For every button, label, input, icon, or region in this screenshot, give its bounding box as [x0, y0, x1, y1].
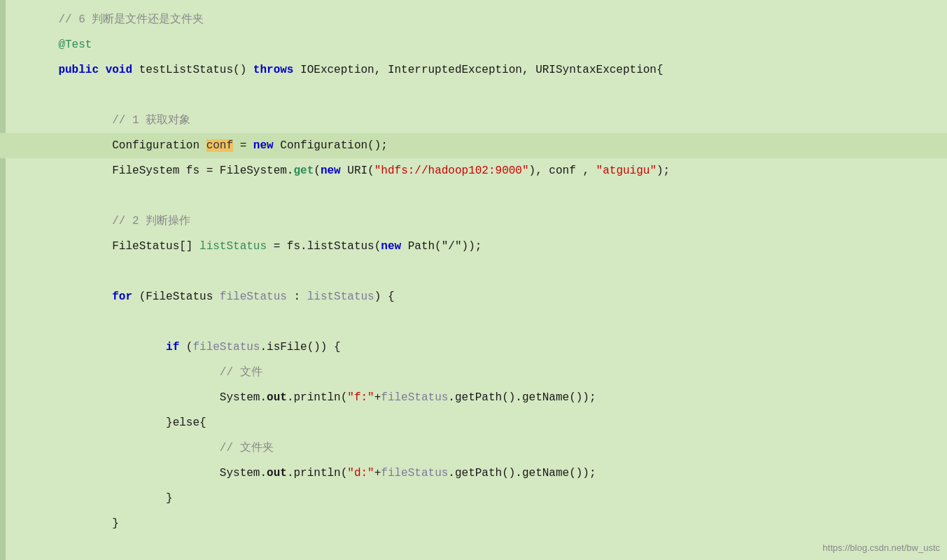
code-line-content: System.out.println("f:"+fileStatus.getPa…	[0, 386, 603, 409]
code-line-content: for (FileStatus fileStatus : listStatus)…	[0, 286, 402, 308]
code-token: listStatus	[307, 290, 374, 303]
code-token: new	[253, 139, 274, 152]
code-token: =	[233, 139, 253, 152]
code-lines: // 6 判断是文件还是文件夹 @Test public void testLi…	[0, 7, 947, 560]
code-token: // 2 判断操作	[112, 215, 190, 227]
code-line: System.out.println("f:"+fileStatus.getPa…	[0, 385, 947, 410]
code-token: for	[112, 290, 132, 303]
code-token: .println(	[287, 391, 347, 404]
code-line-content	[0, 311, 45, 333]
code-line-content: }	[0, 512, 126, 535]
code-token: );	[657, 164, 670, 177]
code-line-content: // 1 获取对象	[0, 109, 197, 132]
code-token: System.	[220, 391, 267, 404]
code-line	[0, 309, 947, 335]
code-token: "atguigu"	[596, 164, 657, 177]
code-line: @Test	[0, 32, 947, 57]
code-token: :	[287, 290, 307, 303]
code-line-content	[0, 260, 45, 283]
code-token: .getPath().getName());	[448, 467, 596, 479]
code-line: Configuration conf = new Configuration()…	[0, 133, 947, 158]
code-line: // 文件	[0, 360, 947, 385]
code-token: .getPath().getName());	[448, 391, 596, 404]
code-line	[0, 259, 947, 284]
code-line-content: System.out.println("d:"+fileStatus.getPa…	[0, 462, 603, 484]
code-line-content: }	[0, 487, 180, 510]
code-line: FileStatus[] listStatus = fs.listStatus(…	[0, 234, 947, 259]
code-token: }	[112, 517, 119, 530]
code-line: for (FileStatus fileStatus : listStatus)…	[0, 284, 947, 309]
code-token: listStatus	[199, 240, 267, 253]
code-line-content: Configuration conf = new Configuration()…	[0, 134, 395, 157]
code-token: new	[381, 240, 401, 253]
code-token: FileSystem fs = FileSystem.	[112, 164, 293, 177]
code-token: .println(	[287, 467, 347, 479]
code-token: (	[314, 164, 321, 177]
code-line-content: if (fileStatus.isFile()) {	[0, 336, 348, 358]
code-line-content: FileStatus[] listStatus = fs.listStatus(…	[0, 235, 489, 258]
code-editor: // 6 判断是文件还是文件夹 @Test public void testLi…	[0, 0, 947, 560]
code-line: }else{	[0, 410, 947, 435]
code-token: System.	[220, 467, 267, 479]
code-line: if (fileStatus.isFile()) {	[0, 335, 947, 360]
code-line: FileSystem fs = FileSystem.get(new URI("…	[0, 158, 947, 183]
code-line-content	[0, 84, 45, 106]
code-token: ) {	[374, 290, 395, 303]
code-line-content: // 文件	[0, 361, 269, 384]
code-line: public void testListStatus() throws IOEx…	[0, 57, 947, 83]
code-token: void	[106, 64, 132, 76]
code-line-content: @Test	[0, 34, 99, 56]
code-token: // 1 获取对象	[112, 114, 190, 127]
code-token: +	[374, 467, 381, 479]
code-line: }	[0, 511, 947, 536]
code-token: "f:"	[347, 391, 374, 404]
code-token: "d:"	[347, 467, 374, 479]
code-line: // 文件夹	[0, 435, 947, 461]
code-token: }else{	[166, 416, 206, 429]
code-token: public	[58, 64, 99, 76]
code-token: conf	[206, 139, 233, 152]
code-token: out	[267, 391, 287, 404]
code-token: Configuration	[112, 139, 206, 152]
code-token: if	[166, 341, 179, 354]
code-line-content	[0, 185, 45, 207]
code-token: new	[321, 164, 341, 177]
code-token: // 文件夹	[220, 442, 274, 454]
code-token: IOException, InterruptedException, URISy…	[293, 64, 663, 76]
code-line: // 6 判断是文件还是文件夹	[0, 7, 947, 32]
code-line-content	[0, 538, 45, 560]
code-line: // 1 获取对象	[0, 108, 947, 133]
code-token	[99, 64, 106, 76]
code-line-content: }else{	[0, 412, 213, 434]
code-token: (	[179, 341, 192, 354]
code-line: }	[0, 486, 947, 511]
code-line	[0, 536, 947, 560]
code-line-content: // 6 判断是文件还是文件夹	[0, 8, 211, 31]
code-line	[0, 83, 947, 108]
code-token: +	[374, 391, 381, 404]
code-line: // 2 判断操作	[0, 209, 947, 234]
code-token: ), conf ,	[529, 164, 596, 177]
code-line-content: FileSystem fs = FileSystem.get(new URI("…	[0, 160, 677, 182]
code-token: .isFile()) {	[260, 341, 340, 354]
watermark: https://blog.csdn.net/bw_ustc	[822, 542, 940, 553]
code-token: get	[293, 164, 314, 177]
code-line	[0, 183, 947, 209]
code-token: URI(	[341, 164, 374, 177]
code-line-content: public void testListStatus() throws IOEx…	[0, 59, 671, 81]
code-token: = fs.listStatus(	[267, 240, 381, 253]
code-token: testListStatus()	[132, 64, 253, 76]
code-token: // 文件	[220, 366, 262, 379]
code-token: "hdfs://hadoop102:9000"	[374, 164, 529, 177]
code-line-content: // 2 判断操作	[0, 210, 197, 232]
code-token: // 6 判断是文件还是文件夹	[58, 13, 204, 26]
code-token: Path("/"));	[401, 240, 482, 253]
code-token: out	[267, 467, 287, 479]
code-token: fileStatus	[381, 467, 448, 479]
code-token: Configuration();	[274, 139, 388, 152]
code-token: @Test	[58, 38, 92, 51]
code-line-content: // 文件夹	[0, 437, 281, 459]
code-token: fileStatus	[192, 341, 260, 354]
code-line: System.out.println("d:"+fileStatus.getPa…	[0, 461, 947, 486]
code-token: fileStatus	[220, 290, 287, 303]
